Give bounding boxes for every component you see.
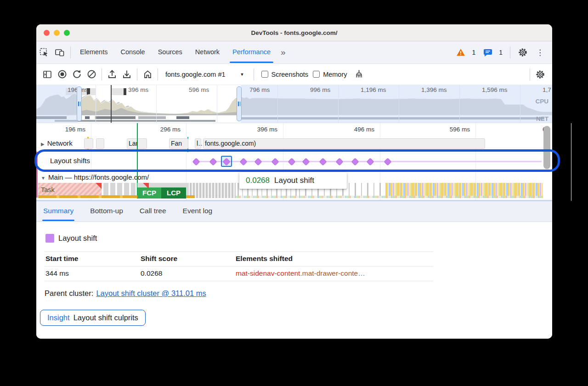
- issues-message-icon[interactable]: [480, 45, 496, 60]
- more-tabs-icon[interactable]: »: [277, 47, 289, 57]
- tooltip-score: 0.0268: [246, 176, 270, 185]
- toggle-sidebar-icon[interactable]: [40, 67, 55, 82]
- tab-network[interactable]: Network: [189, 41, 226, 64]
- network-track-label[interactable]: ▶Network: [41, 139, 73, 147]
- insight-button[interactable]: Insight Layout shift culprits: [40, 310, 146, 326]
- divider: [45, 266, 433, 267]
- tab-performance[interactable]: Performance: [226, 41, 277, 64]
- overview-time-label: 1,196 ms: [361, 86, 386, 93]
- garbage-collect-icon[interactable]: [352, 67, 367, 82]
- summary-pane: Layout shift Start time Shift score Elem…: [36, 222, 552, 339]
- collapse-arrow-icon[interactable]: ▼: [41, 176, 45, 181]
- element-tag: mat-sidenav-content: [236, 269, 300, 277]
- fcp-badge[interactable]: FCP: [137, 187, 161, 199]
- cpu-lane-label: CPU: [535, 98, 548, 105]
- upload-profile-icon[interactable]: [105, 67, 119, 82]
- network-request-bar[interactable]: fonts.google.com): [203, 138, 485, 149]
- kebab-menu-icon[interactable]: ⋮: [532, 48, 548, 57]
- network-request-bar[interactable]: l…: [195, 138, 201, 149]
- ruler-time-label: 69: [494, 126, 549, 133]
- history-selected-profile[interactable]: fonts.google.com #1: [165, 71, 226, 78]
- lcp-badge[interactable]: LCP: [161, 187, 186, 199]
- activity-color-strip: [236, 196, 543, 198]
- settings-gear-icon[interactable]: [515, 45, 531, 60]
- parent-cluster-row: Parent cluster:Layout shift cluster @ 31…: [45, 289, 206, 298]
- message-count: 1: [499, 49, 503, 56]
- overview-time-label: 996 ms: [310, 86, 330, 93]
- layout-shift-tooltip: 0.0268 Layout shift: [239, 172, 347, 189]
- separator: [102, 68, 102, 80]
- memory-checkbox[interactable]: [313, 71, 320, 78]
- legend-label: Layout shift: [58, 234, 97, 243]
- tab-bottom-up[interactable]: Bottom-up: [90, 201, 123, 222]
- divider: [45, 281, 433, 281]
- tab-sources[interactable]: Sources: [152, 41, 189, 64]
- element-class: .mat-drawer-conte: [300, 269, 358, 277]
- warning-icon[interactable]: [453, 45, 469, 60]
- tab-elements[interactable]: Elements: [74, 41, 114, 64]
- net-lane-label: NET: [536, 115, 548, 122]
- separator: [254, 68, 254, 80]
- capture-settings-gear-icon[interactable]: [533, 67, 548, 82]
- overview-time-label: 1,596 ms: [482, 86, 508, 93]
- insight-button-text: Layout shift culprits: [74, 313, 138, 322]
- device-toolbar-icon[interactable]: [52, 45, 68, 60]
- inspect-element-icon[interactable]: [36, 45, 52, 60]
- devtools-window: DevTools - fonts.google.com/ Elements Co…: [36, 24, 552, 339]
- reload-record-icon[interactable]: [69, 67, 84, 82]
- layout-shift-legend: Layout shift: [45, 234, 97, 243]
- insight-badge-label: Insight: [47, 313, 70, 322]
- tab-console[interactable]: Console: [114, 41, 151, 64]
- overview-time-label: 1,396 ms: [421, 86, 447, 93]
- separator: [510, 46, 510, 58]
- long-task-warning-triangle: [96, 183, 102, 189]
- long-task-warning-triangle: [143, 183, 149, 189]
- overview-playhead: [111, 85, 112, 123]
- selection-handle-left[interactable]: [77, 86, 82, 121]
- overview-time-label: 796 ms: [249, 86, 270, 93]
- overview-gridline: [96, 85, 96, 123]
- clear-icon[interactable]: [84, 67, 99, 82]
- divider: [45, 251, 433, 252]
- timeline-tracks[interactable]: 196 ms296 ms396 ms496 ms596 ms69 ▶Networ…: [36, 123, 552, 201]
- overview-gridline: [156, 85, 157, 123]
- ruler-time-label: 296 ms: [125, 126, 181, 133]
- tab-event-log[interactable]: Event log: [183, 201, 213, 222]
- tab-call-tree[interactable]: Call tree: [140, 201, 166, 222]
- screenshots-checkbox[interactable]: [261, 71, 268, 78]
- window-title: DevTools - fonts.google.com/: [36, 24, 552, 41]
- overview-time-label: 1,7: [543, 86, 551, 93]
- performance-toolbar: fonts.google.com #1 ▼ Screenshots Memory: [36, 64, 552, 85]
- timeline-overview[interactable]: 196 ms396 ms596 ms796 ms996 ms1,196 ms1,…: [36, 85, 552, 123]
- selection-handle-right[interactable]: [237, 86, 242, 121]
- network-request-bar[interactable]: Fan: [169, 138, 188, 149]
- parent-cluster-link[interactable]: Layout shift cluster @ 311.01 ms: [96, 289, 206, 297]
- separator: [137, 68, 137, 80]
- separator: [70, 46, 71, 58]
- ruler-gridline: [571, 123, 571, 201]
- cell-element-link[interactable]: mat-sidenav-content.mat-drawer-conte…: [236, 269, 365, 278]
- bottom-panel-tabs: Summary Bottom-up Call tree Event log: [36, 201, 552, 222]
- overview-gridline: [217, 85, 217, 123]
- memory-label[interactable]: Memory: [323, 71, 347, 78]
- warning-count: 1: [472, 49, 475, 56]
- ruler-time-label: 396 ms: [222, 126, 277, 133]
- overview-time-label: 596 ms: [189, 86, 209, 93]
- chevron-down-icon[interactable]: ▼: [240, 72, 244, 77]
- cell-start-time: 344 ms: [45, 269, 69, 278]
- network-request-bar[interactable]: [96, 138, 104, 149]
- expand-arrow-icon[interactable]: ▶: [41, 142, 45, 147]
- main-track-label[interactable]: ▼Main — https://fonts.google.com/: [41, 173, 149, 181]
- element-ellipsis: …: [358, 269, 365, 277]
- screenshots-label[interactable]: Screenshots: [271, 71, 309, 78]
- network-request-bar[interactable]: [84, 138, 93, 149]
- download-profile-icon[interactable]: [119, 67, 134, 82]
- window-titlebar: DevTools - fonts.google.com/: [36, 24, 552, 41]
- home-icon[interactable]: [140, 67, 155, 82]
- tab-summary[interactable]: Summary: [43, 201, 74, 222]
- col-shift-score: Shift score: [141, 255, 177, 263]
- record-icon[interactable]: [55, 67, 69, 82]
- tabbar-right-controls: 1 1 ⋮: [453, 45, 552, 60]
- separator: [530, 68, 530, 80]
- task-bars: [190, 183, 236, 198]
